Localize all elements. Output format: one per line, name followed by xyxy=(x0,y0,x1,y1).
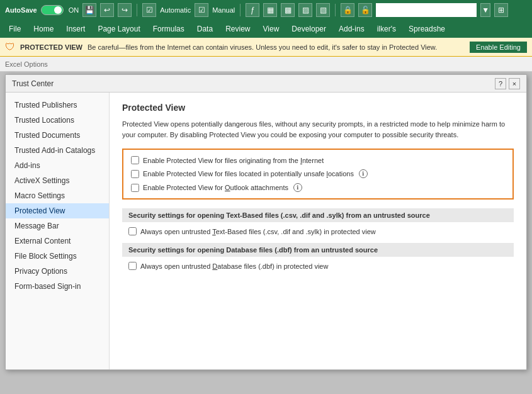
dialog-help-button[interactable]: ? xyxy=(495,78,506,89)
sidebar-item-trusted-documents[interactable]: Trusted Documents xyxy=(6,128,109,143)
checkbox-outlook[interactable] xyxy=(131,184,139,192)
dialog-title: Trust Center xyxy=(12,79,54,88)
shield-icon: 🛡 xyxy=(5,42,15,53)
text-based-section: Security settings for opening Text-Based… xyxy=(122,208,514,235)
checkbox-text-based-label: Always open untrusted Text-Based files (… xyxy=(140,228,376,235)
sidebar-item-macro-settings[interactable]: Macro Settings xyxy=(6,188,109,203)
sidebar-item-external-content[interactable]: External Content xyxy=(6,234,109,249)
menu-data[interactable]: Data xyxy=(191,22,219,36)
sidebar: Trusted Publishers Trusted Locations Tru… xyxy=(6,93,110,369)
redo-icon[interactable]: ↪ xyxy=(118,3,132,17)
sep3 xyxy=(335,4,336,16)
main-content: Protected View Protected View opens pote… xyxy=(110,93,526,369)
lock-icon[interactable]: 🔒 xyxy=(341,3,354,17)
excel-options-title: Excel Options xyxy=(5,60,48,68)
menu-home[interactable]: Home xyxy=(27,22,60,36)
menu-page-layout[interactable]: Page Layout xyxy=(91,22,146,36)
save-icon[interactable]: 💾 xyxy=(82,3,96,17)
undo-icon[interactable]: ↩ xyxy=(100,3,114,17)
menu-spreadsheet[interactable]: Spreadshe xyxy=(402,22,451,36)
pv-label: PROTECTED VIEW xyxy=(20,43,82,51)
dialog-close-button[interactable]: × xyxy=(509,78,520,89)
menu-view[interactable]: View xyxy=(257,22,286,36)
sidebar-item-protected-view[interactable]: Protected View xyxy=(6,203,109,218)
underline-outlook: O xyxy=(225,184,230,191)
checkbox-unsafe-locations[interactable] xyxy=(131,170,139,178)
checkbox-row-internet: Enable Protected View for files originat… xyxy=(131,156,505,164)
menu-bar: File Home Insert Page Layout Formulas Da… xyxy=(0,20,532,38)
sep2 xyxy=(240,4,241,16)
menu-file[interactable]: File xyxy=(3,22,27,36)
expand-icon[interactable]: ⊞ xyxy=(494,3,508,17)
menu-ilkers[interactable]: ilker's xyxy=(371,22,402,36)
table4-icon[interactable]: ▧ xyxy=(316,3,330,17)
table2-icon[interactable]: ▩ xyxy=(281,3,295,17)
underline-text: T xyxy=(212,228,216,235)
enable-editing-button[interactable]: Enable Editing xyxy=(470,42,527,53)
protected-view-bar: 🛡 PROTECTED VIEW Be careful—files from t… xyxy=(0,38,532,57)
automatic-label: Automatic xyxy=(160,6,191,14)
section-desc: Protected View opens potentially dangero… xyxy=(122,119,514,140)
text-based-header: Security settings for opening Text-Based… xyxy=(122,208,514,222)
checkbox-row-database: Always open untrusted Database files (.d… xyxy=(122,262,514,270)
checkbox-outlook-label: Enable Protected View for Outlook attach… xyxy=(143,184,288,191)
unlock-icon[interactable]: 🔓 xyxy=(358,3,372,17)
dialog-titlebar: Trust Center ? × xyxy=(6,75,526,93)
sidebar-item-trusted-publishers[interactable]: Trusted Publishers xyxy=(6,98,109,113)
checkbox-row-unsafe: Enable Protected View for files located … xyxy=(131,169,505,178)
checkbox-unsafe-label: Enable Protected View for files located … xyxy=(143,170,354,177)
menu-insert[interactable]: Insert xyxy=(60,22,91,36)
underline-internet: I xyxy=(300,157,302,164)
formula-icon[interactable]: ƒ xyxy=(246,3,259,17)
pv-text: Be careful—files from the Internet can c… xyxy=(88,43,465,51)
database-header: Security settings for opening Database f… xyxy=(122,243,514,257)
checkbox-text-based[interactable] xyxy=(128,227,137,235)
sidebar-item-trusted-add-in-catalogs[interactable]: Trusted Add-in Catalogs xyxy=(6,143,109,158)
checkbox-internet[interactable] xyxy=(131,156,139,164)
dialog-body: Trusted Publishers Trusted Locations Tru… xyxy=(6,93,526,369)
checkbox-database-label: Always open untrusted Database files (.d… xyxy=(140,262,328,270)
checkbox-row-text-based: Always open untrusted Text-Based files (… xyxy=(122,227,514,235)
autosave-toggle[interactable] xyxy=(41,5,64,15)
menu-add-ins[interactable]: Add-ins xyxy=(332,22,371,36)
formula-dropdown[interactable]: ▼ xyxy=(480,3,490,17)
table3-icon[interactable]: ▨ xyxy=(298,3,312,17)
section-title: Protected View xyxy=(122,103,514,113)
underline-locations: l xyxy=(326,170,327,177)
unsafe-info-icon[interactable]: ℹ xyxy=(359,169,368,178)
checkbox-internet-label: Enable Protected View for files originat… xyxy=(143,157,324,164)
sidebar-item-file-block-settings[interactable]: File Block Settings xyxy=(6,249,109,264)
sidebar-item-activex-settings[interactable]: ActiveX Settings xyxy=(6,173,109,188)
sep1 xyxy=(137,4,137,16)
dialog-controls: ? × xyxy=(495,78,520,89)
checkbox2-icon[interactable]: ☑ xyxy=(195,3,208,17)
autosave-label: AutoSave xyxy=(5,6,37,14)
checkbox1-icon[interactable]: ☑ xyxy=(142,3,156,17)
sidebar-item-privacy-options[interactable]: Privacy Options xyxy=(6,264,109,279)
checkbox-database[interactable] xyxy=(128,262,137,270)
table-icon[interactable]: ▦ xyxy=(263,3,277,17)
sidebar-item-add-ins[interactable]: Add-ins xyxy=(6,158,109,173)
checkbox-row-outlook: Enable Protected View for Outlook attach… xyxy=(131,183,505,192)
menu-formulas[interactable]: Formulas xyxy=(147,22,191,36)
protected-view-checkboxes: Enable Protected View for files originat… xyxy=(122,149,514,200)
sidebar-item-message-bar[interactable]: Message Bar xyxy=(6,218,109,234)
sidebar-item-trusted-locations[interactable]: Trusted Locations xyxy=(6,113,109,128)
excel-options-bar: Excel Options xyxy=(0,57,532,72)
autosave-state: ON xyxy=(69,6,79,14)
database-section: Security settings for opening Database f… xyxy=(122,243,514,270)
menu-developer[interactable]: Developer xyxy=(285,22,332,36)
formula-bar-input[interactable] xyxy=(376,3,477,17)
sidebar-item-form-based-signin[interactable]: Form-based Sign-in xyxy=(6,279,109,294)
trust-center-dialog: Trust Center ? × Trusted Publishers Trus… xyxy=(5,74,527,370)
manual-label: Manual xyxy=(212,6,235,14)
ribbon-top: AutoSave ON 💾 ↩ ↪ ☑ Automatic ☑ Manual ƒ… xyxy=(0,0,532,20)
outlook-info-icon[interactable]: ℹ xyxy=(293,183,302,192)
underline-database: D xyxy=(212,262,217,270)
toggle-knob xyxy=(54,6,62,14)
menu-review[interactable]: Review xyxy=(219,22,256,36)
